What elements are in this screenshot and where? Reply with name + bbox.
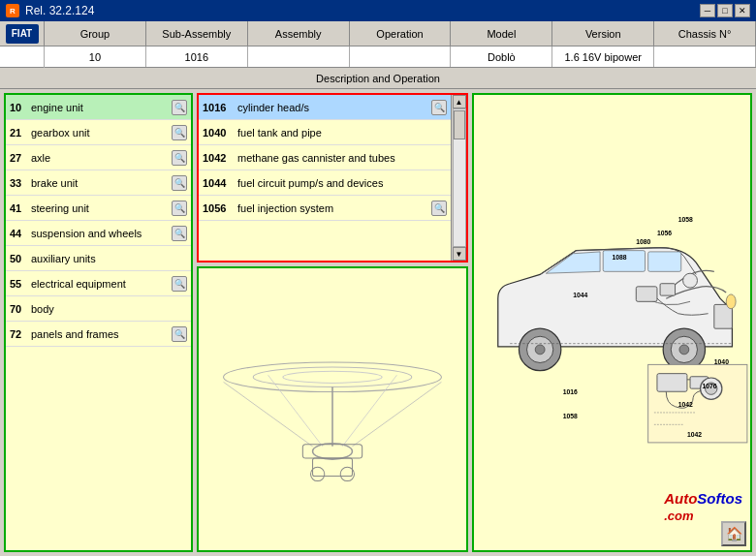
bottom-diagram-svg: [199, 268, 466, 550]
sub-list-inner: 1016cylinder head/s🔍1040fuel tank and pi…: [199, 95, 451, 261]
left-item-num-44: 44: [10, 228, 31, 239]
close-button[interactable]: ✕: [735, 4, 750, 17]
sub-item-1016[interactable]: 1016cylinder head/s🔍: [199, 95, 451, 120]
left-item-27[interactable]: 27axle🔍: [6, 145, 191, 170]
svg-text:1080: 1080: [636, 238, 650, 245]
left-item-num-70: 70: [10, 303, 31, 315]
svg-point-2: [283, 371, 382, 383]
sub-search-icon-1056[interactable]: 🔍: [431, 201, 447, 216]
svg-point-1: [253, 367, 412, 386]
sub-assembly-list: 1016cylinder head/s🔍1040fuel tank and pi…: [197, 93, 468, 263]
left-item-num-50: 50: [10, 253, 31, 264]
svg-point-18: [535, 345, 545, 355]
sub-item-label-1040: fuel tank and pipe: [237, 127, 447, 139]
svg-rect-28: [657, 374, 687, 392]
left-item-33[interactable]: 33brake unit🔍: [6, 170, 191, 196]
search-icon-10[interactable]: 🔍: [172, 100, 187, 115]
left-item-label-44: suspension and wheels: [31, 228, 172, 239]
left-item-label-72: panels and frames: [31, 328, 172, 340]
description-label: Description and Operation: [316, 73, 440, 84]
left-item-label-21: gearbox unit: [31, 127, 172, 139]
app-icon: R: [6, 4, 19, 17]
col-model: Model: [451, 21, 552, 46]
data-row: 10 1016 Doblò 1.6 16V bipower: [0, 46, 756, 68]
scroll-thumb[interactable]: [454, 110, 465, 139]
left-item-55[interactable]: 55electrical equipment🔍: [6, 271, 191, 296]
diagram-container: 1042 1058 1056 1080 1088 1044 1016 1058 …: [474, 95, 750, 550]
left-item-41[interactable]: 41steering unit🔍: [6, 196, 191, 221]
svg-text:1016: 1016: [563, 388, 578, 395]
svg-rect-9: [302, 445, 362, 458]
left-item-num-55: 55: [10, 278, 31, 290]
sub-item-1044[interactable]: 1044fuel circuit pump/s and devices: [199, 170, 451, 196]
window-controls: ─ □ ✕: [700, 4, 750, 17]
search-icon-33[interactable]: 🔍: [172, 175, 187, 191]
scroll-down-button[interactable]: ▼: [453, 247, 466, 261]
left-item-label-41: steering unit: [31, 202, 172, 214]
svg-text:1042: 1042: [687, 431, 702, 438]
svg-rect-23: [636, 287, 657, 301]
search-icon-27[interactable]: 🔍: [172, 150, 187, 166]
svg-text:1042: 1042: [678, 401, 693, 408]
left-item-44[interactable]: 44suspension and wheels🔍: [6, 221, 191, 246]
val-model: Doblò: [451, 46, 552, 67]
left-item-num-21: 21: [10, 127, 31, 139]
watermark-auto: Auto: [664, 490, 697, 507]
sub-search-icon-1016[interactable]: 🔍: [431, 100, 447, 115]
svg-point-21: [679, 345, 689, 355]
left-item-num-10: 10: [10, 102, 31, 113]
search-icon-44[interactable]: 🔍: [172, 226, 187, 241]
sub-scroll-container: 1016cylinder head/s🔍1040fuel tank and pi…: [199, 95, 466, 261]
sub-item-label-1056: fuel injection system: [237, 202, 431, 214]
left-item-num-27: 27: [10, 152, 31, 164]
sub-item-num-1042: 1042: [203, 152, 237, 164]
home-button[interactable]: 🏠: [721, 521, 746, 546]
left-item-72[interactable]: 72panels and frames🔍: [6, 322, 191, 347]
header-row: FIAT Group Sub-Assembly Assembly Operati…: [0, 21, 756, 46]
left-item-label-50: auxiliary units: [31, 253, 187, 264]
val-sub-assembly: 1016: [146, 46, 248, 67]
maximize-button[interactable]: □: [717, 4, 733, 17]
center-panel: 1016cylinder head/s🔍1040fuel tank and pi…: [197, 93, 468, 552]
search-icon-72[interactable]: 🔍: [172, 326, 187, 342]
col-sub-assembly: Sub-Assembly: [146, 21, 248, 46]
main-content: 10engine unit🔍21gearbox unit🔍27axle🔍33br…: [0, 89, 756, 556]
left-item-50[interactable]: 50auxiliary units: [6, 246, 191, 271]
app-title: Rel. 32.2.124: [25, 4, 94, 17]
data-logo-cell: [0, 46, 45, 68]
left-panel: 10engine unit🔍21gearbox unit🔍27axle🔍33br…: [4, 93, 193, 552]
search-icon-41[interactable]: 🔍: [172, 201, 187, 216]
left-item-10[interactable]: 10engine unit🔍: [6, 95, 191, 120]
scroll-track: [453, 108, 466, 247]
val-version: 1.6 16V bipower: [552, 46, 654, 67]
col-version: Version: [552, 21, 654, 46]
description-bar: Description and Operation: [0, 68, 756, 89]
fiat-logo: FIAT: [6, 24, 39, 44]
titlebar: R Rel. 32.2.124 ─ □ ✕: [0, 0, 756, 21]
sub-item-label-1042: methane gas cannister and tubes: [237, 152, 447, 164]
col-operation: Operation: [350, 21, 452, 46]
svg-text:1040: 1040: [714, 358, 729, 365]
svg-point-26: [726, 294, 736, 309]
left-item-label-70: body: [31, 303, 187, 315]
minimize-button[interactable]: ─: [700, 4, 715, 17]
svg-text:1044: 1044: [573, 292, 587, 298]
sub-scrollbar: ▲ ▼: [451, 95, 466, 261]
scroll-up-button[interactable]: ▲: [453, 95, 466, 108]
val-operation: [350, 46, 452, 67]
sub-item-1042[interactable]: 1042methane gas cannister and tubes: [199, 145, 451, 170]
sub-item-num-1056: 1056: [203, 202, 237, 214]
left-item-21[interactable]: 21gearbox unit🔍: [6, 120, 191, 145]
title-left: R Rel. 32.2.124: [6, 4, 94, 17]
sub-item-1040[interactable]: 1040fuel tank and pipe: [199, 120, 451, 145]
svg-point-25: [683, 273, 698, 288]
sub-item-1056[interactable]: 1056fuel injection system🔍: [199, 196, 451, 221]
col-group: Group: [45, 21, 146, 46]
col-chassis: Chassis N°: [654, 21, 756, 46]
svg-rect-14: [648, 252, 681, 271]
left-item-70[interactable]: 70body: [6, 296, 191, 322]
sub-item-label-1016: cylinder head/s: [237, 102, 431, 113]
svg-text:1058: 1058: [678, 216, 693, 223]
search-icon-55[interactable]: 🔍: [172, 276, 187, 292]
search-icon-21[interactable]: 🔍: [172, 125, 187, 140]
